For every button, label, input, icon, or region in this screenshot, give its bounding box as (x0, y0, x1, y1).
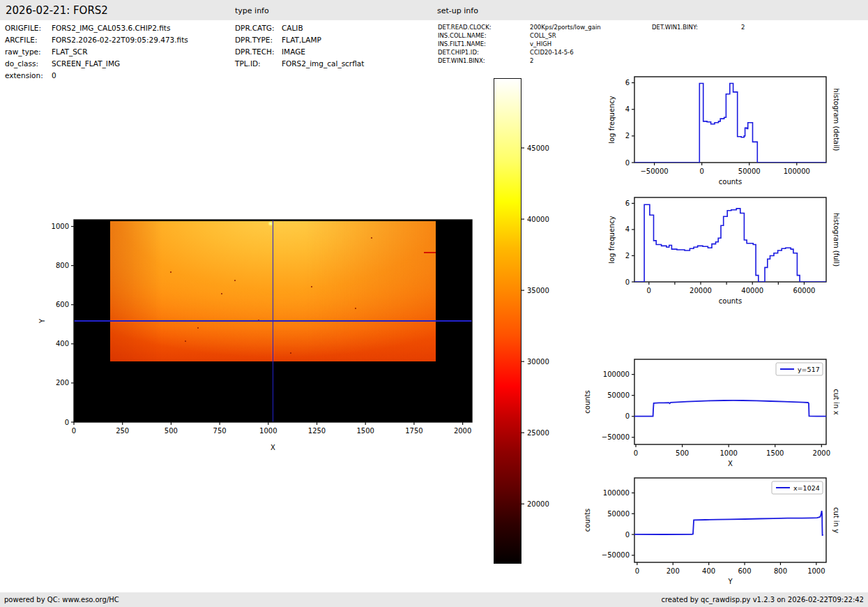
axes-frame (634, 197, 826, 282)
arcfile-value: FORS2.2026-02-22T09:05:29.473.fits (52, 36, 188, 44)
colorbar-tick-label: 35000 (527, 287, 549, 294)
right-axis-label: cut in x (832, 389, 840, 414)
x-tick-label: 800 (774, 567, 787, 575)
tpl-id-label: TPL.ID: (235, 59, 261, 68)
arcfile-label: ARCFILE: (5, 36, 37, 44)
y-tick-label: 0 (65, 419, 69, 426)
data-curve (634, 84, 826, 163)
colorbar (494, 78, 521, 564)
y-tick-label: 1000 (52, 223, 69, 230)
data-curve (634, 204, 826, 282)
x-tick-label: 50000 (738, 167, 761, 175)
crosshair-hline (74, 320, 472, 321)
y-axis-label: counts (584, 509, 591, 532)
header-bar (0, 0, 868, 20)
x-tick-label: −50000 (640, 167, 668, 175)
x-tick-label: 0 (647, 287, 651, 294)
x-tick-label: 400 (702, 567, 715, 575)
x-tick-label: 250 (116, 427, 129, 435)
raw-image-plot (74, 220, 472, 422)
x-tick-label: 20000 (690, 287, 712, 294)
x-tick-label: 200 (667, 567, 680, 575)
x-tick-label: 100000 (784, 167, 810, 175)
y-tick-label: 50000 (607, 391, 630, 399)
y-tick-label: 6 (625, 200, 630, 207)
x-tick-label: 500 (165, 427, 178, 435)
win1-binx-value: 2 (530, 57, 533, 64)
x-tick-label: 1500 (766, 449, 784, 457)
filt1-name-value: v_HIGH (530, 40, 551, 47)
x-tick-label: 2000 (454, 427, 471, 435)
footer-created-by: created by qc_rawdisp.py v1.2.3 on 2026-… (661, 592, 864, 607)
filt1-name-label: INS.FILT1.NAME: (438, 40, 486, 47)
legend-box (776, 363, 823, 375)
dpr-tech-label: DPR.TECH: (235, 47, 275, 56)
origfile-label: ORIGFILE: (5, 24, 41, 32)
x-tick-label: 0 (635, 567, 639, 575)
x-axis-label: counts (719, 178, 742, 186)
y-tick-label: 100000 (603, 370, 630, 378)
y-tick-label: 800 (56, 262, 69, 269)
x-tick-label: 40000 (741, 287, 763, 294)
origfile-value: FORS2_IMG_CAL053.6.CHIP2.fits (52, 24, 170, 32)
plot-cut_y: 02004006008001000−50000050000100000Ycoun… (584, 478, 840, 585)
plot-hist_full: 02000040000600000246countslog frequencyh… (608, 197, 840, 305)
extension-label: extension: (5, 71, 43, 80)
read-clock-value: 200Kps/2ports/low_gain (530, 24, 601, 31)
y-tick-label: 4 (625, 225, 630, 233)
dpr-type-value: FLAT,LAMP (282, 36, 321, 44)
dpr-catg-value: CALIB (282, 24, 303, 32)
x-axis-label: X (271, 444, 275, 451)
x-tick-label: 1000 (719, 449, 737, 457)
right-axis-label: histogram (detail) (832, 89, 840, 151)
dpr-catg-label: DPR.CATG: (235, 24, 274, 32)
x-tick-label: 0 (72, 427, 76, 435)
y-tick-label: −50000 (602, 433, 630, 441)
y-tick-label: 2 (625, 252, 630, 260)
x-tick-label: 1000 (259, 427, 277, 435)
y-tick-label: 0 (625, 159, 630, 167)
x-tick-label: 60000 (793, 287, 816, 294)
x-tick-label: 0 (699, 167, 703, 175)
rawtype-label: raw_type: (5, 47, 41, 56)
x-tick-label: 500 (676, 449, 689, 457)
data-curve (634, 511, 823, 536)
x-axis-label: Y (727, 578, 733, 585)
coll-name-label: INS.COLL.NAME: (438, 32, 487, 39)
y-tick-label: 400 (56, 340, 69, 347)
y-tick-label: 4 (625, 105, 630, 113)
y-tick-label: −50000 (602, 551, 630, 559)
y-tick-label: 0 (625, 412, 630, 420)
footer-powered-by: powered by QC: www.eso.org/HC (4, 592, 119, 607)
y-tick-label: 50000 (607, 510, 630, 518)
x-axis-label: X (728, 460, 733, 467)
y-axis-label: counts (584, 390, 591, 413)
colorbar-tick-label: 40000 (527, 216, 549, 223)
legend-box (772, 481, 823, 494)
y-tick-label: 100000 (603, 489, 630, 497)
win1-binx-label: DET.WIN1.BINX: (438, 57, 485, 64)
colorbar-tick-label: 25000 (527, 429, 549, 437)
page-title: 2026-02-21: FORS2 (6, 4, 108, 17)
win1-biny-label: DET.WIN1.BINY: (652, 24, 698, 31)
x-tick-label: 0 (634, 449, 638, 457)
data-curve (634, 400, 826, 417)
y-tick-label: 0 (625, 531, 630, 539)
colorbar-tick-label: 45000 (527, 144, 549, 152)
colorbar-axis: 200002500030000350004000045000 (521, 144, 549, 508)
chip1-id-label: DET.CHIP1.ID: (438, 49, 479, 56)
right-axis-label: histogram (full) (832, 213, 840, 267)
red-line-artifact (424, 252, 436, 253)
doclass-label: do_class: (5, 59, 38, 68)
x-axis-label: counts (719, 297, 742, 305)
tpl-id-value: FORS2_img_cal_scrflat (282, 59, 364, 68)
win1-biny-value: 2 (741, 24, 745, 31)
axes-frame (634, 359, 826, 444)
y-tick-label: 0 (625, 278, 630, 286)
read-clock-label: DET.READ.CLOCK: (438, 24, 492, 31)
x-tick-label: 1750 (405, 427, 422, 435)
coll-name-value: COLL_SR (530, 32, 556, 39)
legend-label: y=517 (798, 366, 820, 373)
x-tick-label: 2000 (813, 449, 830, 457)
y-tick-label: 600 (56, 301, 69, 308)
